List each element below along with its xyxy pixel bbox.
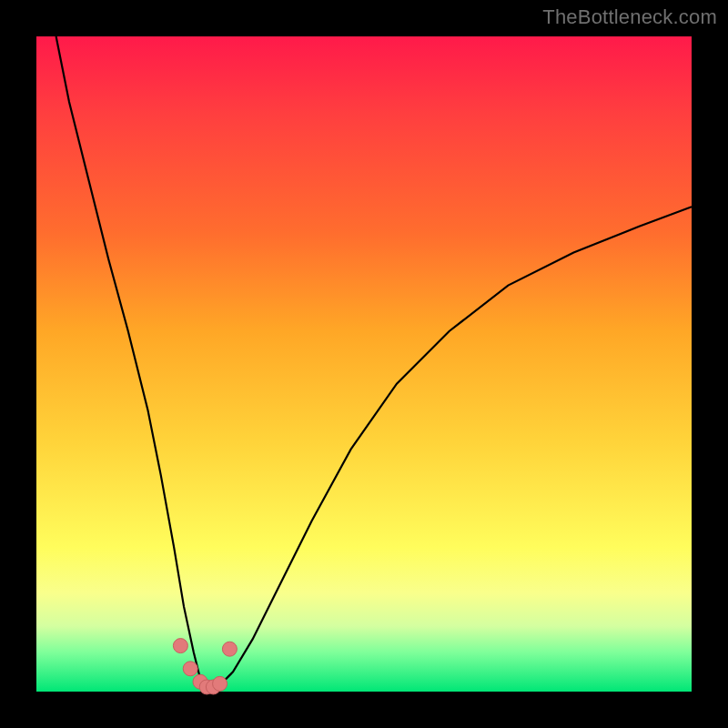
bottleneck-curve [56,36,692,688]
watermark-text: TheBottleneck.com [542,5,717,29]
chart-svg [36,36,692,692]
plot-area [36,36,692,692]
marker-point [222,642,237,656]
marker-point [213,676,228,691]
marker-point [173,639,187,653]
marker-point [183,662,197,676]
chart-frame: TheBottleneck.com [0,0,728,728]
highlight-markers [173,639,237,694]
